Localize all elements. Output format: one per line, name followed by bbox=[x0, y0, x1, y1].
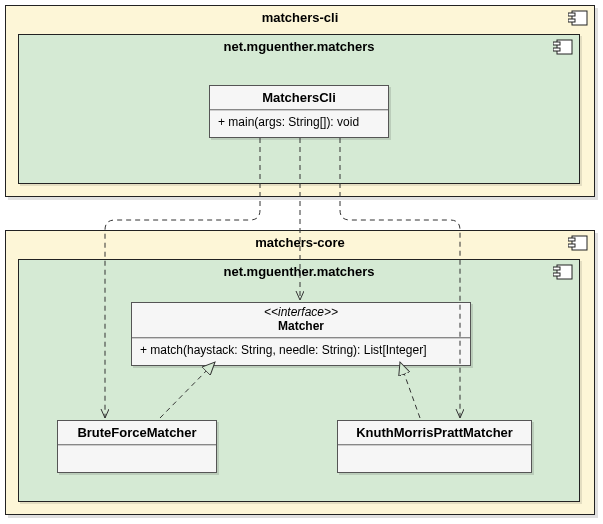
class-name-bfm: BruteForceMatcher bbox=[58, 421, 216, 445]
class-matcherscli: MatchersCli + main(args: String[]): void bbox=[209, 85, 389, 138]
svg-rect-4 bbox=[553, 42, 560, 45]
interface-stereo: <<interface>> bbox=[140, 305, 462, 319]
class-body-bfm bbox=[58, 445, 216, 472]
svg-rect-1 bbox=[568, 13, 575, 16]
svg-rect-8 bbox=[568, 244, 575, 247]
component-icon bbox=[568, 235, 588, 254]
component-icon bbox=[568, 10, 588, 29]
package-title-cli: net.mguenther.matchers bbox=[19, 35, 579, 60]
class-name-matcherscli: MatchersCli bbox=[210, 86, 388, 110]
class-bruteforcematcher: BruteForceMatcher bbox=[57, 420, 217, 473]
svg-rect-7 bbox=[568, 238, 575, 241]
component-icon bbox=[553, 39, 573, 58]
svg-rect-10 bbox=[553, 267, 560, 270]
module-matchers-cli: matchers-cli net.mguenther.matchers Matc… bbox=[5, 5, 595, 197]
svg-rect-11 bbox=[553, 273, 560, 276]
class-op-matcherscli: + main(args: String[]): void bbox=[210, 110, 388, 137]
class-kmpmatcher: KnuthMorrisPrattMatcher bbox=[337, 420, 532, 473]
class-body-kmp bbox=[338, 445, 531, 472]
component-icon bbox=[553, 264, 573, 283]
interface-head-matcher: <<interface>> Matcher bbox=[132, 303, 470, 338]
svg-rect-2 bbox=[568, 19, 575, 22]
module-matchers-core: matchers-core net.mguenther.matchers <<i… bbox=[5, 230, 595, 515]
module-title-cli: matchers-cli bbox=[6, 6, 594, 31]
package-cli: net.mguenther.matchers MatchersCli + mai… bbox=[18, 34, 580, 184]
interface-matcher: <<interface>> Matcher + match(haystack: … bbox=[131, 302, 471, 366]
class-name-kmp: KnuthMorrisPrattMatcher bbox=[338, 421, 531, 445]
package-core: net.mguenther.matchers <<interface>> Mat… bbox=[18, 259, 580, 502]
module-title-core: matchers-core bbox=[6, 231, 594, 256]
package-title-core: net.mguenther.matchers bbox=[19, 260, 579, 285]
interface-name: Matcher bbox=[140, 319, 462, 333]
svg-rect-5 bbox=[553, 48, 560, 51]
interface-op: + match(haystack: String, needle: String… bbox=[132, 338, 470, 365]
